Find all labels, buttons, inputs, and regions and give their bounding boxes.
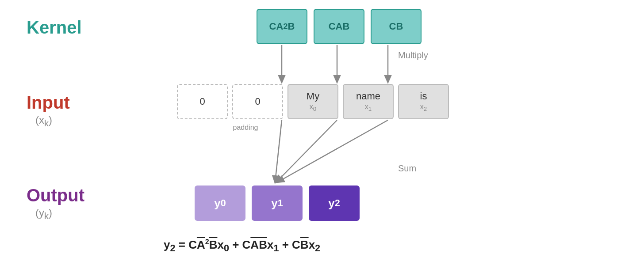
- kernel-boxes: CA2B CAB CB: [257, 9, 422, 44]
- diagram: Kernel Input (xk) Output (yk) CA2B CAB C…: [0, 0, 644, 265]
- output-box-1: y1: [252, 186, 303, 221]
- input-value-3: name: [356, 91, 380, 102]
- input-value-0: 0: [199, 96, 205, 107]
- kernel-box-0: CA2B: [257, 9, 307, 44]
- input-value-1: 0: [255, 96, 260, 107]
- sum-label: Sum: [398, 163, 416, 174]
- input-box-2: My x0: [288, 84, 338, 119]
- input-sub-4: x2: [420, 103, 427, 112]
- input-box-4: is x2: [398, 84, 449, 119]
- output-box-2: y2: [309, 186, 360, 221]
- output-boxes: y0 y1 y2: [195, 186, 360, 221]
- output-box-0: y0: [195, 186, 245, 221]
- input-sub-label: (xk): [35, 114, 52, 129]
- formula: y2 = CA2Bx0 + CABx1 + CBx2: [164, 238, 320, 254]
- input-box-pad-0: 0: [177, 84, 228, 119]
- padding-label: padding: [192, 124, 299, 132]
- input-label: Input: [27, 93, 70, 113]
- output-label: Output: [27, 186, 84, 205]
- input-box-pad-1: 0: [232, 84, 283, 119]
- multiply-label: Multiply: [398, 50, 428, 61]
- output-sub-label: (yk): [35, 207, 52, 221]
- input-sub-3: x1: [365, 103, 372, 112]
- input-boxes: 0 0 My x0 name x1 is x2: [177, 84, 449, 119]
- kernel-box-1: CAB: [314, 9, 364, 44]
- input-box-3: name x1: [343, 84, 394, 119]
- kernel-box-2: CB: [371, 9, 422, 44]
- input-value-2: My: [307, 91, 319, 102]
- kernel-label: Kernel: [27, 18, 82, 38]
- input-value-4: is: [420, 91, 427, 102]
- input-sub-2: x0: [310, 103, 316, 112]
